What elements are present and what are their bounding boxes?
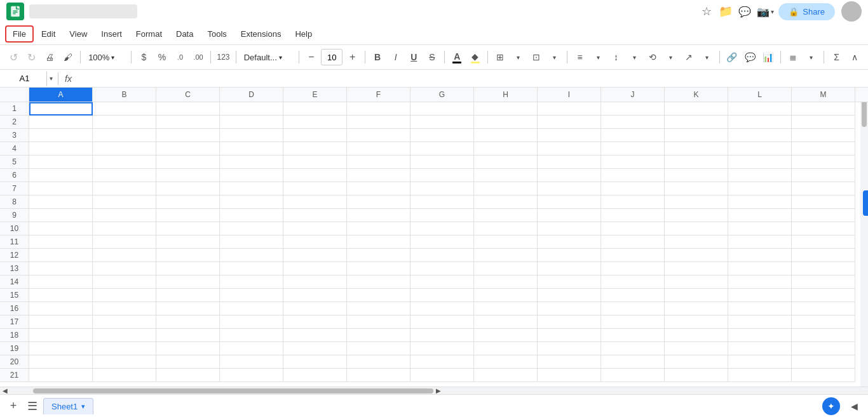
cell-M21[interactable] — [792, 369, 855, 382]
cell-L14[interactable] — [728, 275, 792, 289]
cell-H13[interactable] — [474, 262, 538, 275]
filter-arrow[interactable]: ▾ — [803, 48, 820, 66]
col-header-B[interactable]: B — [93, 88, 156, 102]
cell-B8[interactable] — [93, 195, 156, 209]
cell-K20[interactable] — [665, 355, 728, 369]
fill-color-button[interactable]: ◆ — [467, 48, 484, 66]
format-number-button[interactable]: 123 — [215, 48, 232, 66]
row-num-2[interactable]: 2 — [0, 116, 29, 129]
row-num-12[interactable]: 12 — [0, 249, 29, 262]
cell-C18[interactable] — [156, 329, 220, 342]
cell-L3[interactable] — [728, 129, 792, 142]
menu-extensions[interactable]: Extensions — [234, 27, 288, 41]
cell-K7[interactable] — [665, 182, 728, 195]
cell-K16[interactable] — [665, 302, 728, 315]
cell-K10[interactable] — [665, 222, 728, 235]
col-header-H[interactable]: H — [474, 88, 538, 102]
cell-C21[interactable] — [156, 369, 220, 382]
cell-C3[interactable] — [156, 129, 220, 142]
cell-K19[interactable] — [665, 342, 728, 355]
cell-F9[interactable] — [347, 209, 410, 222]
zoom-dropdown[interactable]: 100% ▾ — [85, 51, 127, 64]
cell-G20[interactable] — [410, 355, 474, 369]
cell-I5[interactable] — [538, 156, 601, 169]
h-align-button[interactable]: ≡ — [571, 48, 588, 66]
doc-title[interactable] — [29, 4, 137, 18]
cell-G7[interactable] — [410, 182, 474, 195]
cell-G21[interactable] — [410, 369, 474, 382]
cell-L4[interactable] — [728, 142, 792, 156]
cell-H17[interactable] — [474, 315, 538, 329]
cell-E7[interactable] — [283, 182, 347, 195]
row-num-7[interactable]: 7 — [0, 182, 29, 195]
cell-I15[interactable] — [538, 289, 601, 302]
cell-K9[interactable] — [665, 209, 728, 222]
sheet-tab-sheet1[interactable]: Sheet1 ▾ — [43, 398, 93, 414]
cell-A6[interactable] — [29, 169, 93, 182]
row-num-1[interactable]: 1 — [0, 102, 29, 116]
cell-K4[interactable] — [665, 142, 728, 156]
cell-G9[interactable] — [410, 209, 474, 222]
cell-C4[interactable] — [156, 142, 220, 156]
cell-H6[interactable] — [474, 169, 538, 182]
cell-B15[interactable] — [93, 289, 156, 302]
cell-C16[interactable] — [156, 302, 220, 315]
row-num-10[interactable]: 10 — [0, 222, 29, 235]
cell-J5[interactable] — [601, 156, 665, 169]
vertical-scrollbar[interactable] — [860, 88, 868, 387]
cell-K15[interactable] — [665, 289, 728, 302]
cell-J10[interactable] — [601, 222, 665, 235]
cell-C19[interactable] — [156, 342, 220, 355]
menu-view[interactable]: View — [63, 27, 93, 41]
cell-H18[interactable] — [474, 329, 538, 342]
cell-C7[interactable] — [156, 182, 220, 195]
cell-B16[interactable] — [93, 302, 156, 315]
cell-G17[interactable] — [410, 315, 474, 329]
cell-I16[interactable] — [538, 302, 601, 315]
cell-C17[interactable] — [156, 315, 220, 329]
row-num-3[interactable]: 3 — [0, 129, 29, 142]
cell-E18[interactable] — [283, 329, 347, 342]
cell-F19[interactable] — [347, 342, 410, 355]
col-header-G[interactable]: G — [410, 88, 474, 102]
cell-D4[interactable] — [220, 142, 283, 156]
cell-J3[interactable] — [601, 129, 665, 142]
cell-C12[interactable] — [156, 249, 220, 262]
cell-C10[interactable] — [156, 222, 220, 235]
cell-F15[interactable] — [347, 289, 410, 302]
cell-D2[interactable] — [220, 116, 283, 129]
cell-D18[interactable] — [220, 329, 283, 342]
cell-G19[interactable] — [410, 342, 474, 355]
cell-I18[interactable] — [538, 329, 601, 342]
cell-E12[interactable] — [283, 249, 347, 262]
cell-J14[interactable] — [601, 275, 665, 289]
cell-A5[interactable] — [29, 156, 93, 169]
cell-L13[interactable] — [728, 262, 792, 275]
col-header-E[interactable]: E — [283, 88, 347, 102]
cell-M5[interactable] — [792, 156, 855, 169]
rotate-arrow[interactable]: ▾ — [698, 48, 715, 66]
toolbar-collapse-button[interactable]: ∧ — [846, 48, 864, 66]
cell-A10[interactable] — [29, 222, 93, 235]
borders-button[interactable]: ⊞ — [492, 48, 509, 66]
cell-J4[interactable] — [601, 142, 665, 156]
cell-F2[interactable] — [347, 116, 410, 129]
sheet-list-button[interactable]: ☰ — [24, 398, 41, 414]
cell-C13[interactable] — [156, 262, 220, 275]
row-num-8[interactable]: 8 — [0, 195, 29, 209]
cell-C1[interactable] — [156, 102, 220, 116]
cell-D21[interactable] — [220, 369, 283, 382]
cell-I11[interactable] — [538, 235, 601, 249]
cell-D9[interactable] — [220, 209, 283, 222]
menu-data[interactable]: Data — [170, 27, 200, 41]
cell-H19[interactable] — [474, 342, 538, 355]
italic-button[interactable]: I — [387, 48, 404, 66]
cell-E16[interactable] — [283, 302, 347, 315]
cell-K18[interactable] — [665, 329, 728, 342]
cell-B10[interactable] — [93, 222, 156, 235]
cell-F3[interactable] — [347, 129, 410, 142]
cell-I12[interactable] — [538, 249, 601, 262]
horizontal-scroll-area[interactable]: ◀ ▶ — [0, 387, 868, 394]
cell-M15[interactable] — [792, 289, 855, 302]
cell-K5[interactable] — [665, 156, 728, 169]
